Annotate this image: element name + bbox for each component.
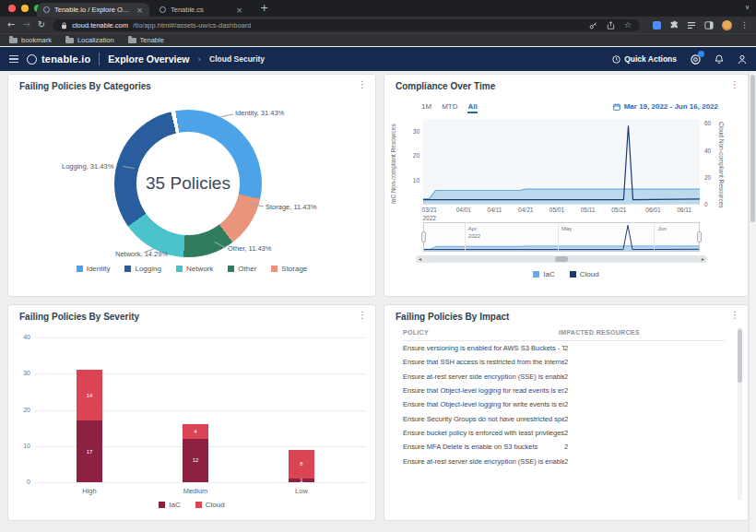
navigator-month-label: Apr2022 bbox=[468, 225, 480, 240]
hamburger-menu-icon[interactable] bbox=[9, 55, 18, 64]
scrollbar-thumb[interactable] bbox=[555, 256, 568, 262]
legend-label: Cloud bbox=[580, 270, 599, 278]
bookmark-item[interactable]: bookmark bbox=[9, 36, 52, 44]
legend-swatch bbox=[124, 266, 131, 272]
tab-close-icon[interactable]: × bbox=[236, 6, 242, 15]
table-row[interactable]: Ensure versioning is enabled for AWS S3 … bbox=[403, 341, 726, 355]
policy-cell[interactable]: Ensure at-rest server side encryption (S… bbox=[403, 457, 564, 466]
notifications-button[interactable] bbox=[715, 54, 724, 65]
scroll-left-icon[interactable]: ◂ bbox=[419, 256, 421, 262]
window-minimize-button[interactable] bbox=[21, 5, 29, 12]
header-divider bbox=[99, 53, 100, 65]
policy-cell[interactable]: Ensure versioning is enabled for AWS S3 … bbox=[403, 344, 564, 352]
scrollbar-thumb[interactable] bbox=[750, 75, 755, 222]
table-row[interactable]: Ensure bucket policy is enforced with le… bbox=[403, 426, 726, 440]
bar-segment-iac-medium[interactable]: 12 bbox=[183, 439, 208, 482]
reading-list-icon[interactable] bbox=[687, 21, 696, 30]
table-scrollbar[interactable] bbox=[738, 327, 742, 501]
tab-close-icon[interactable]: × bbox=[136, 6, 143, 15]
legend-item[interactable]: Identity bbox=[77, 265, 111, 273]
table-row[interactable]: Ensure at-rest server side encryption (S… bbox=[403, 454, 726, 467]
bar-value-label: 8 bbox=[300, 461, 302, 467]
legend-swatch bbox=[228, 266, 234, 272]
navigator-scrollbar[interactable]: ◂ ▸ bbox=[416, 255, 707, 263]
table-row[interactable]: Ensure that SSH access is restricted fro… bbox=[403, 355, 726, 369]
pinned-extension-icon[interactable] bbox=[653, 21, 661, 30]
bar-segment-iac-low[interactable]: 1 bbox=[289, 479, 314, 482]
quick-actions-button[interactable]: Quick Actions bbox=[612, 54, 677, 64]
x-axis-tick: 03/212022 bbox=[415, 207, 444, 223]
policy-cell[interactable]: Ensure that Object-level logging for wri… bbox=[403, 400, 564, 408]
date-range-picker[interactable]: Mar 19, 2022 - Jun 16, 2022 bbox=[613, 102, 718, 111]
panel-failing-policies-by-categories: Failing Policies By Categories ⋮ 35 Poli… bbox=[7, 74, 376, 297]
breadcrumb-cloud-security[interactable]: Cloud Security bbox=[209, 54, 265, 64]
table-row[interactable]: Ensure that Object-level logging for wri… bbox=[403, 397, 726, 411]
legend-swatch bbox=[159, 502, 165, 508]
compliance-plot[interactable] bbox=[423, 119, 700, 205]
bar-segment-cloud-medium[interactable]: 4 bbox=[183, 424, 208, 439]
forward-button[interactable]: → bbox=[22, 20, 30, 30]
column-policy: POLICY bbox=[403, 329, 559, 336]
browser-tab-inactive[interactable]: Tenable.cs × bbox=[153, 3, 249, 17]
legend-item[interactable]: Storage bbox=[271, 265, 307, 273]
y-axis-tick: 60 bbox=[704, 120, 719, 126]
navigator-handle-left[interactable] bbox=[421, 231, 426, 242]
panel-menu-kebab-icon[interactable]: ⋮ bbox=[730, 79, 739, 89]
tab-search-chevron-icon[interactable]: ∨ bbox=[745, 4, 750, 11]
breadcrumb-explore-overview[interactable]: Explore Overview bbox=[108, 53, 189, 65]
scrollbar-thumb[interactable] bbox=[738, 329, 742, 383]
window-close-button[interactable] bbox=[8, 5, 16, 12]
policy-cell[interactable]: Ensure that Object-level logging for rea… bbox=[403, 386, 564, 395]
table-row[interactable]: Ensure at-rest server side encryption (S… bbox=[403, 370, 726, 384]
category-label: High bbox=[62, 487, 117, 495]
table-row[interactable]: Ensure that Object-level logging for rea… bbox=[403, 384, 726, 397]
clock-icon bbox=[612, 55, 620, 64]
bar-segment-cloud-low[interactable]: 8 bbox=[289, 450, 314, 479]
help-button[interactable] bbox=[691, 54, 701, 65]
panel-menu-kebab-icon[interactable]: ⋮ bbox=[730, 310, 739, 320]
tenable-logo[interactable]: tenable.io bbox=[27, 53, 90, 65]
password-key-icon[interactable] bbox=[589, 21, 597, 30]
policy-cell[interactable]: Ensure Security Groups do not have unres… bbox=[403, 415, 564, 423]
legend-swatch bbox=[533, 271, 539, 278]
policy-cell[interactable]: Ensure MFA Delete is enable on S3 bucket… bbox=[403, 443, 564, 451]
side-panel-icon[interactable] bbox=[704, 21, 714, 30]
navigator-handle-right[interactable] bbox=[697, 231, 702, 242]
legend-item[interactable]: IaC bbox=[159, 501, 180, 509]
browser-menu-kebab-icon[interactable]: ⋮ bbox=[740, 21, 749, 30]
page-scrollbar[interactable] bbox=[749, 71, 756, 532]
policy-cell[interactable]: Ensure that SSH access is restricted fro… bbox=[403, 358, 564, 366]
legend-item[interactable]: Other bbox=[228, 265, 256, 273]
range-button-mtd[interactable]: MTD bbox=[442, 102, 457, 113]
legend-item[interactable]: IaC bbox=[533, 270, 554, 278]
legend-item[interactable]: Network bbox=[176, 265, 213, 273]
bookmark-item[interactable]: Localization bbox=[65, 36, 114, 44]
bar-segment-iac-high[interactable]: 17 bbox=[77, 420, 102, 482]
back-button[interactable]: ← bbox=[7, 20, 15, 30]
legend-item[interactable]: Cloud bbox=[195, 501, 225, 509]
bar-segment-cloud-high[interactable]: 14 bbox=[77, 370, 102, 420]
reload-button[interactable]: ↻ bbox=[38, 20, 45, 30]
user-menu-button[interactable] bbox=[738, 54, 747, 65]
extensions-puzzle-icon[interactable] bbox=[669, 20, 679, 30]
table-row[interactable]: Ensure MFA Delete is enable on S3 bucket… bbox=[403, 440, 726, 454]
scroll-right-icon[interactable]: ▸ bbox=[702, 256, 704, 262]
share-icon[interactable] bbox=[607, 21, 615, 30]
policy-cell[interactable]: Ensure bucket policy is enforced with le… bbox=[403, 429, 564, 437]
chart-navigator[interactable]: Apr2022MayJun bbox=[423, 222, 700, 252]
browser-tab-active[interactable]: Tenable.io / Explore Overview × bbox=[37, 3, 149, 17]
y-axis-tick: 40 bbox=[704, 148, 719, 154]
table-row[interactable]: Ensure Security Groups do not have unres… bbox=[403, 411, 726, 425]
profile-avatar[interactable] bbox=[722, 20, 732, 30]
legend-item[interactable]: Cloud bbox=[570, 270, 599, 278]
panel-menu-kebab-icon[interactable]: ⋮ bbox=[358, 79, 367, 89]
range-button-all[interactable]: All bbox=[467, 102, 477, 113]
legend-item[interactable]: Logging bbox=[124, 265, 160, 273]
range-button-1m[interactable]: 1M bbox=[421, 102, 431, 113]
url-omnibox[interactable]: cloud.tenable.com /tio/app.html#/assets-… bbox=[53, 19, 640, 31]
bookmark-star-icon[interactable]: ☆ bbox=[624, 21, 632, 30]
panel-menu-kebab-icon[interactable]: ⋮ bbox=[358, 310, 367, 320]
policy-cell[interactable]: Ensure at-rest server side encryption (S… bbox=[403, 372, 564, 381]
new-tab-button[interactable]: + bbox=[260, 2, 268, 14]
bookmark-item[interactable]: Tenable bbox=[128, 36, 164, 44]
